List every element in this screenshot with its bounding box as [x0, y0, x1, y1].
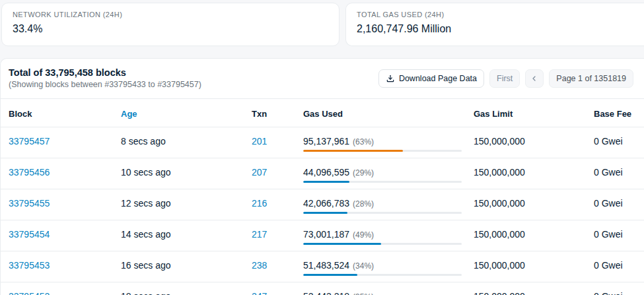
- download-icon: [386, 74, 395, 83]
- network-utilization-value: 33.4%: [13, 23, 328, 35]
- blocks-table-card: Total of 33,795,458 blocks (Showing bloc…: [0, 58, 644, 295]
- gas-used-percent: (49%): [353, 230, 374, 240]
- gas-progress-fill: [303, 274, 357, 276]
- network-utilization-card: NETWORK UTILIZATION (24H) 33.4%: [1, 3, 340, 46]
- download-page-data-label: Download Page Data: [399, 74, 477, 83]
- blocks-card-header: Total of 33,795,458 blocks (Showing bloc…: [1, 59, 644, 99]
- column-header-gas-limit: Gas Limit: [467, 99, 587, 127]
- gas-progress-fill: [303, 212, 347, 214]
- gas-limit-cell: 150,000,000: [467, 158, 587, 189]
- gas-limit-cell: 150,000,000: [467, 282, 587, 295]
- blocks-range-subtitle: (Showing blocks between #33795433 to #33…: [9, 80, 201, 89]
- previous-page-button[interactable]: [525, 69, 544, 88]
- block-link[interactable]: 33795453: [9, 260, 50, 271]
- blocks-card-header-text: Total of 33,795,458 blocks (Showing bloc…: [9, 67, 201, 89]
- block-link[interactable]: 33795456: [9, 167, 50, 178]
- age-cell: 12 secs ago: [114, 189, 245, 220]
- gas-used-cell: 42,066,783 (28%): [297, 189, 467, 220]
- table-row: 33795456 10 secs ago 207 44,096,595 (29%…: [1, 158, 644, 189]
- pagination-controls: Download Page Data First Page 1 of 13518…: [378, 69, 636, 88]
- blocks-table: Block Age Txn Gas Used Gas Limit Base Fe…: [1, 99, 644, 295]
- gas-used-value: 51,483,524: [303, 260, 349, 271]
- block-link[interactable]: 33795452: [9, 291, 50, 295]
- base-fee-cell: 0 Gwei: [587, 282, 644, 295]
- gas-used-percent: (63%): [353, 137, 374, 147]
- blocks-explorer-page: NETWORK UTILIZATION (24H) 33.4% TOTAL GA…: [0, 0, 644, 295]
- table-row: 33795452 18 secs ago 247 52,443,218 (35%…: [1, 282, 644, 295]
- first-page-button[interactable]: First: [489, 69, 520, 88]
- block-link[interactable]: 33795455: [9, 198, 50, 209]
- txn-link[interactable]: 217: [252, 229, 267, 240]
- txn-link[interactable]: 216: [252, 198, 267, 209]
- age-cell: 18 secs ago: [114, 282, 245, 295]
- table-header-row: Block Age Txn Gas Used Gas Limit Base Fe…: [1, 99, 644, 127]
- gas-limit-cell: 150,000,000: [467, 251, 587, 282]
- gas-used-percent: (28%): [353, 199, 374, 209]
- txn-link[interactable]: 238: [252, 260, 267, 271]
- column-header-block: Block: [1, 99, 114, 127]
- total-gas-used-card: TOTAL GAS USED (24H) 2,160,747.96 Millio…: [345, 3, 644, 46]
- gas-used-cell: 44,096,595 (29%): [297, 158, 467, 189]
- block-link[interactable]: 33795454: [9, 229, 50, 240]
- page-indicator: Page 1 of 1351819: [549, 69, 633, 88]
- gas-progress-track: [303, 274, 462, 276]
- gas-used-value: 42,066,783: [303, 198, 349, 209]
- table-row: 33795454 14 secs ago 217 73,001,187 (49%…: [1, 220, 644, 251]
- gas-used-value: 44,096,595: [303, 167, 349, 178]
- gas-used-percent: (35%): [353, 292, 374, 295]
- gas-progress-fill: [303, 243, 381, 245]
- base-fee-cell: 0 Gwei: [587, 220, 644, 251]
- network-utilization-label: NETWORK UTILIZATION (24H): [13, 11, 328, 18]
- age-column-toggle[interactable]: Age: [121, 109, 137, 119]
- age-cell: 8 secs ago: [114, 127, 245, 158]
- base-fee-cell: 0 Gwei: [587, 251, 644, 282]
- gas-used-value: 52,443,218: [303, 291, 349, 295]
- gas-progress-track: [303, 212, 462, 214]
- gas-limit-cell: 150,000,000: [467, 220, 587, 251]
- txn-link[interactable]: 207: [252, 167, 267, 178]
- total-gas-used-label: TOTAL GAS USED (24H): [357, 11, 633, 18]
- gas-used-cell: 51,483,524 (34%): [297, 251, 467, 282]
- base-fee-cell: 0 Gwei: [587, 127, 644, 158]
- block-link[interactable]: 33795457: [9, 136, 50, 147]
- txn-link[interactable]: 201: [252, 136, 267, 147]
- gas-used-percent: (29%): [353, 168, 374, 178]
- table-row: 33795453 16 secs ago 238 51,483,524 (34%…: [1, 251, 644, 282]
- gas-used-percent: (34%): [353, 261, 374, 271]
- gas-used-cell: 95,137,961 (63%): [297, 127, 467, 158]
- gas-progress-fill: [303, 150, 403, 152]
- base-fee-cell: 0 Gwei: [587, 158, 644, 189]
- age-cell: 10 secs ago: [114, 158, 245, 189]
- gas-used-value: 95,137,961: [303, 136, 349, 147]
- age-cell: 16 secs ago: [114, 251, 245, 282]
- column-header-base-fee: Base Fee: [587, 99, 644, 127]
- txn-link[interactable]: 247: [252, 291, 267, 295]
- gas-progress-fill: [303, 181, 349, 183]
- age-cell: 14 secs ago: [114, 220, 245, 251]
- gas-limit-cell: 150,000,000: [467, 189, 587, 220]
- gas-limit-cell: 150,000,000: [467, 127, 587, 158]
- chevron-left-icon: [530, 75, 538, 82]
- download-page-data-button[interactable]: Download Page Data: [378, 69, 484, 88]
- column-header-txn: Txn: [245, 99, 297, 127]
- table-row: 33795457 8 secs ago 201 95,137,961 (63%)…: [1, 127, 644, 158]
- gas-progress-track: [303, 150, 462, 152]
- stats-row: NETWORK UTILIZATION (24H) 33.4% TOTAL GA…: [0, 0, 644, 46]
- blocks-total-title: Total of 33,795,458 blocks: [9, 67, 201, 78]
- gas-progress-track: [303, 243, 462, 245]
- base-fee-cell: 0 Gwei: [587, 189, 644, 220]
- gas-progress-track: [303, 181, 462, 183]
- first-page-label: First: [497, 74, 513, 83]
- gas-used-cell: 52,443,218 (35%): [297, 282, 467, 295]
- total-gas-used-value: 2,160,747.96 Million: [357, 23, 633, 35]
- gas-used-cell: 73,001,187 (49%): [297, 220, 467, 251]
- column-header-gas-used: Gas Used: [297, 99, 467, 127]
- table-row: 33795455 12 secs ago 216 42,066,783 (28%…: [1, 189, 644, 220]
- gas-used-value: 73,001,187: [303, 229, 349, 240]
